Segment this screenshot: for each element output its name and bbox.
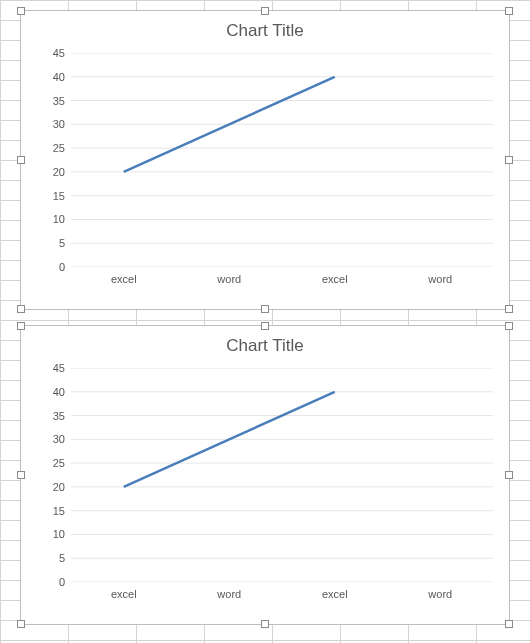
chart-title[interactable]: Chart Title: [21, 21, 509, 41]
y-tick-label: 5: [25, 552, 65, 564]
resize-handle-tr[interactable]: [505, 322, 513, 330]
plot-area: [71, 53, 493, 267]
chart-object-1[interactable]: Chart Title excelwordexcelword 051015202…: [20, 10, 510, 310]
y-tick-label: 25: [25, 142, 65, 154]
y-tick-label: 20: [25, 166, 65, 178]
resize-handle-bl[interactable]: [17, 305, 25, 313]
resize-handle-bm[interactable]: [261, 620, 269, 628]
resize-handle-bl[interactable]: [17, 620, 25, 628]
resize-handle-tl[interactable]: [17, 322, 25, 330]
x-tick-label: word: [428, 588, 452, 600]
y-tick-label: 45: [25, 47, 65, 59]
chart-title[interactable]: Chart Title: [21, 336, 509, 356]
resize-handle-bm[interactable]: [261, 305, 269, 313]
resize-handle-ml[interactable]: [17, 471, 25, 479]
resize-handle-tr[interactable]: [505, 7, 513, 15]
y-tick-label: 15: [25, 505, 65, 517]
y-tick-label: 0: [25, 261, 65, 273]
resize-handle-ml[interactable]: [17, 156, 25, 164]
resize-handle-br[interactable]: [505, 305, 513, 313]
x-tick-label: word: [217, 588, 241, 600]
y-tick-label: 25: [25, 457, 65, 469]
x-tick-label: excel: [322, 588, 348, 600]
y-tick-label: 35: [25, 410, 65, 422]
resize-handle-mr[interactable]: [505, 156, 513, 164]
y-tick-label: 15: [25, 190, 65, 202]
resize-handle-tl[interactable]: [17, 7, 25, 15]
y-tick-label: 20: [25, 481, 65, 493]
resize-handle-mr[interactable]: [505, 471, 513, 479]
y-tick-label: 10: [25, 213, 65, 225]
x-axis: excelwordexcelword: [71, 273, 493, 297]
x-tick-label: word: [217, 273, 241, 285]
y-tick-label: 5: [25, 237, 65, 249]
y-tick-label: 35: [25, 95, 65, 107]
y-tick-label: 45: [25, 362, 65, 374]
y-tick-label: 40: [25, 71, 65, 83]
resize-handle-tm[interactable]: [261, 322, 269, 330]
resize-handle-br[interactable]: [505, 620, 513, 628]
chart-object-2[interactable]: Chart Title excelwordexcelword 051015202…: [20, 325, 510, 625]
y-tick-label: 30: [25, 118, 65, 130]
x-tick-label: excel: [111, 588, 137, 600]
y-tick-label: 30: [25, 433, 65, 445]
plot-area: [71, 368, 493, 582]
x-tick-label: word: [428, 273, 452, 285]
y-tick-label: 40: [25, 386, 65, 398]
y-tick-label: 10: [25, 528, 65, 540]
x-tick-label: excel: [111, 273, 137, 285]
x-axis: excelwordexcelword: [71, 588, 493, 612]
x-tick-label: excel: [322, 273, 348, 285]
y-tick-label: 0: [25, 576, 65, 588]
resize-handle-tm[interactable]: [261, 7, 269, 15]
